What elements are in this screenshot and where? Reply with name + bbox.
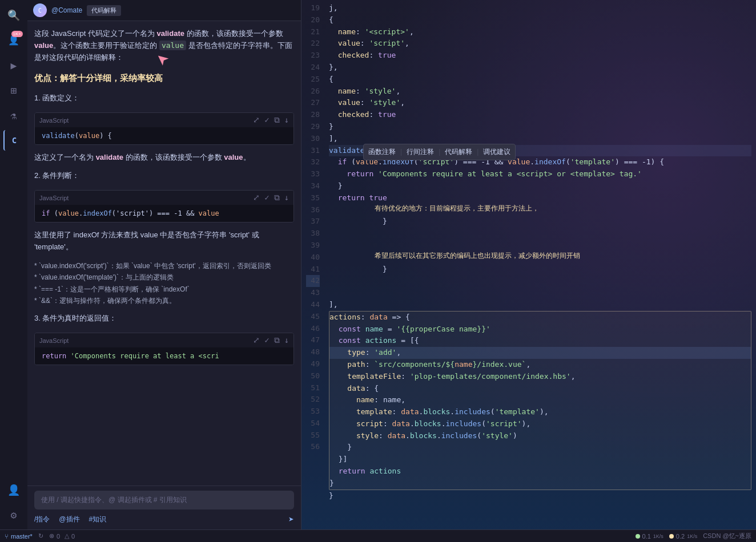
branch-name: master* (11, 533, 33, 540)
status-bar: ⑂ master* ↻ ⊗ 0 △ 0 0.1 1K/s 0.2 1K/s CS… (0, 529, 756, 542)
code-line-47: template: data.blocks.includes('template… (329, 406, 751, 418)
chat-message-3: 这里使用了 indexOf 方法来查找 value 中是否包含子字符串 'scr… (34, 229, 294, 253)
code-block-1-body: validate(value) { (35, 127, 293, 144)
editor-panel: 1920212223 2425262728 2930313233 3435363… (301, 0, 756, 529)
code-line-30: ], (329, 133, 751, 145)
status-branch[interactable]: ⑂ master* (5, 533, 33, 540)
code-lang-2: JavaScript (39, 195, 69, 201)
code-line-38: ], (329, 299, 751, 311)
code-line-23: checked: true (329, 50, 751, 62)
activity-bar: 🔍 👤 1K+ ▶ ⊞ ⚗ C 👤 ⚙ (0, 0, 27, 529)
opt-note-line1: 有待优化的地方：目前编程提示，主要作用于方法上， (375, 203, 539, 214)
code-line-49: style: data.blocks.includes('style') (329, 430, 751, 442)
code-block-1-actions: ⤢ ✓ ⧉ ↓ (253, 115, 289, 125)
code-block-2-body: if (value.indexOf('script') === -1 && va… (35, 205, 293, 222)
code-line-20: { (329, 14, 751, 26)
profile-icon[interactable]: 👤 (3, 479, 24, 500)
code-line-25: { (329, 74, 751, 86)
code-block-2-header: JavaScript ⤢ ✓ ⧉ ↓ (35, 191, 293, 205)
copy-icon-2[interactable]: ⧉ (274, 193, 280, 203)
code-line-44: templateFile: 'plop-templates/component/… (329, 371, 751, 383)
code-line-42: type: 'add', (329, 347, 751, 359)
warning-icon: △ (65, 532, 69, 540)
code-line-33: return 'Components require at least a <s… (329, 168, 751, 180)
command-at[interactable]: @插件 (59, 515, 79, 524)
code-line-40: const name = '{{properCase name}}' (329, 323, 751, 335)
flask-icon[interactable]: ⚗ (3, 105, 24, 126)
section-2-title: 2. 条件判断： (34, 171, 294, 181)
copy-icon-3[interactable]: ⧉ (274, 335, 280, 345)
extensions-icon[interactable]: ⊞ (3, 80, 24, 100)
line-numbers: 1920212223 2425262728 2930313233 3435363… (301, 0, 324, 529)
code-line-27: value: 'style', (329, 97, 751, 109)
expand-icon-3[interactable]: ⤢ (253, 335, 260, 345)
editor-content: 1920212223 2425262728 2930313233 3435363… (301, 0, 756, 529)
code-area[interactable]: j, { name: '<script>', value: 'script', … (324, 0, 756, 529)
expand-icon[interactable]: ⤢ (253, 115, 260, 125)
chat-toolbar: /指令 @插件 #知识 ➤ (34, 514, 294, 525)
status-indicator-1: 0.1 1K/s (636, 533, 663, 540)
download-icon-2[interactable]: ↓ (284, 193, 289, 203)
copy-icon[interactable]: ⧉ (274, 115, 280, 125)
download-icon[interactable]: ↓ (284, 115, 289, 125)
code-line-48: script: data.blocks.includes('script'), (329, 418, 751, 430)
branch-icon: ⑂ (5, 533, 9, 540)
settings-icon[interactable]: ⚙ (3, 504, 24, 525)
command-slash[interactable]: /指令 (34, 515, 50, 524)
code-block-3-header: JavaScript ⤢ ✓ ⧉ ↓ (35, 333, 293, 347)
code-line-34: } (329, 180, 751, 192)
chat-content: 这段 JavaScript 代码定义了一个名为 validate 的函数，该函数… (27, 21, 301, 486)
status-right: 0.1 1K/s 0.2 1K/s CSDN @忆~逐原 (636, 532, 751, 540)
check-icon-2[interactable]: ✓ (264, 193, 269, 203)
send-button[interactable]: ➤ (288, 514, 294, 525)
command-hash[interactable]: #知识 (89, 515, 107, 524)
code-line-39: actions: data => { (329, 312, 751, 323)
green-dot (636, 534, 640, 539)
chat-mode-tag[interactable]: 代码解释 (87, 5, 121, 16)
app-container: 🔍 👤 1K+ ▶ ⊞ ⚗ C 👤 ⚙ C @Comate 代码解释 这段 Ja… (0, 0, 756, 529)
comment-popup[interactable]: 函数注释 | 行间注释 | 代码解释 | 调优建议 (363, 144, 516, 160)
code-block-2: JavaScript ⤢ ✓ ⧉ ↓ if (value.indexOf('sc… (34, 190, 294, 223)
popup-item-4[interactable]: 调优建议 (483, 147, 510, 157)
run-icon[interactable]: ▶ (3, 55, 24, 75)
code-line-45: data: { (329, 383, 751, 395)
annotation-box: 优点：解答十分详细，采纳率较高 ➤ (34, 72, 294, 84)
code-editor[interactable]: 1920212223 2425262728 2930313233 3435363… (301, 0, 756, 529)
popup-item-1[interactable]: 函数注释 (368, 147, 396, 157)
chat-input[interactable]: 使用 / 调起快捷指令、@ 调起插件或 # 引用知识 (34, 491, 294, 509)
code-block-1-header: JavaScript ⤢ ✓ ⧉ ↓ (35, 113, 293, 127)
popup-item-3[interactable]: 代码解释 (445, 147, 472, 157)
code-line-19: j, (329, 2, 751, 14)
code-block-1: JavaScript ⤢ ✓ ⧉ ↓ validate(value) { (34, 112, 294, 145)
code-line-46: name: name, (329, 394, 751, 406)
code-lang-1: JavaScript (39, 117, 69, 124)
chat-panel: C @Comate 代码解释 这段 JavaScript 代码定义了一个名为 v… (27, 0, 301, 529)
code-lang-3: JavaScript (39, 337, 69, 344)
code-line-43: path: `src/components/${name}/index.vue`… (329, 359, 751, 371)
code-line-55: } (329, 490, 751, 502)
status-left: ⑂ master* ↻ ⊗ 0 △ 0 (5, 532, 75, 540)
yellow-dot (669, 534, 674, 539)
code-line-21: name: '<script>', (329, 26, 751, 38)
check-icon[interactable]: ✓ (264, 115, 269, 125)
code-line-53: return actions (329, 466, 751, 478)
code-line-41: const actions = [{ (329, 335, 751, 347)
user-badge: 1K+ (11, 31, 23, 37)
section-3-title: 3. 条件为真时的返回值： (34, 313, 294, 323)
code-line-36: } 有待优化的地方：目前编程提示，主要作用于方法上， (329, 204, 751, 252)
sync-icon[interactable]: ↻ (38, 532, 43, 540)
code-line-24: }, (329, 62, 751, 74)
user-icon[interactable]: 👤 1K+ (3, 30, 24, 50)
code-block-3: JavaScript ⤢ ✓ ⧉ ↓ return 'Components re… (34, 333, 294, 365)
popup-item-2[interactable]: 行间注释 (407, 147, 434, 157)
download-icon-3[interactable]: ↓ (284, 335, 289, 345)
chat-username: @Comate (51, 6, 82, 14)
code-line-50: } (329, 442, 751, 454)
comate-icon[interactable]: C (3, 130, 24, 151)
chat-footer: 使用 / 调起快捷指令、@ 调起插件或 # 引用知识 /指令 @插件 #知识 ➤ (27, 486, 301, 529)
check-icon-3[interactable]: ✓ (264, 335, 269, 345)
search-icon[interactable]: 🔍 (3, 5, 24, 25)
annotation-text: 优点：解答十分详细，采纳率较高 (34, 73, 163, 83)
code-line-28: checked: true (329, 109, 751, 121)
expand-icon-2[interactable]: ⤢ (253, 193, 260, 203)
